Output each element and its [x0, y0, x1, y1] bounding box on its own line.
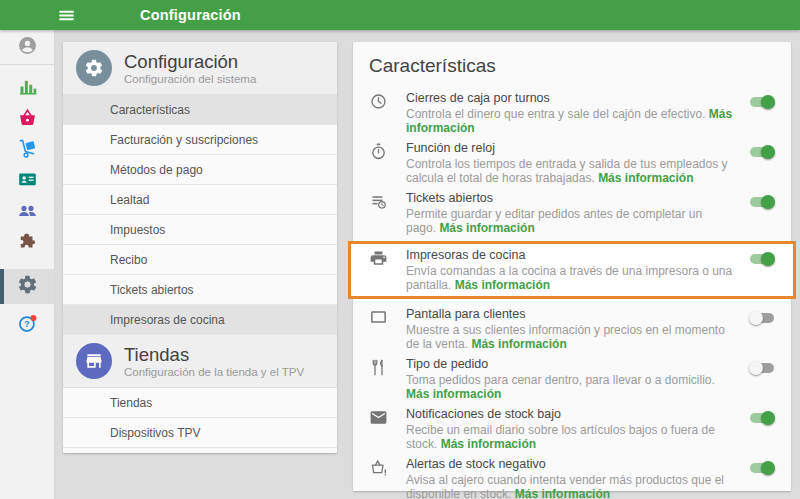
dining-icon — [369, 358, 389, 378]
feature-description: Muestre a sus clientes información y pre… — [406, 323, 734, 351]
feature-toggle[interactable] — [749, 460, 775, 475]
menu-item[interactable]: Características — [63, 95, 337, 125]
features-panel: Características Cierres de caja por turn… — [353, 42, 791, 491]
more-info-link[interactable]: Más información — [406, 387, 501, 401]
feature-title: Pantalla para clientes — [406, 307, 734, 322]
basket-icon — [17, 107, 38, 132]
feature-row: Cierres de caja por turnosControla el di… — [369, 91, 775, 135]
more-info-link[interactable]: Más información — [455, 278, 550, 292]
feature-description: Toma pedidos para cenar dentro, para lle… — [406, 373, 734, 401]
feature-title: Tipo de pedido — [406, 357, 734, 372]
printer-icon — [369, 249, 389, 269]
nav-rail-item-inventory[interactable] — [0, 135, 54, 166]
settings-menu-panel: ConfiguraciónConfiguración del sistemaCa… — [63, 42, 337, 453]
feature-title: Impresoras de cocina — [406, 248, 734, 263]
menu-item[interactable]: Lealtad — [63, 185, 337, 215]
feature-title: Alertas de stock negativo — [406, 457, 734, 472]
nav-rail-item-help[interactable]: ? — [0, 310, 54, 340]
feature-row: Tickets abiertosPermite guardar y editar… — [369, 191, 775, 235]
menu-section-subtitle: Configuración de la tienda y el TPV — [124, 366, 304, 378]
nav-rail-item-integrations[interactable] — [0, 228, 54, 259]
feature-row: Notificaciones de stock bajoRecibe un em… — [369, 407, 775, 451]
nav-rail-item-reports[interactable] — [0, 73, 54, 104]
feature-description-text: Controla el dinero que entra y sale del … — [406, 107, 709, 121]
toggle-knob — [761, 411, 775, 425]
feature-description: Permite guardar y editar pedidos antes d… — [406, 207, 734, 235]
feature-row: Función de relojControla los tiempos de … — [369, 141, 775, 185]
feature-description-text: Toma pedidos para cenar dentro, para lle… — [406, 373, 715, 387]
gear-badge-icon — [76, 50, 112, 86]
feature-toggle[interactable] — [749, 410, 775, 425]
help-icon: ? — [17, 313, 38, 338]
contact-card-icon — [17, 169, 38, 194]
envelope-icon — [369, 408, 389, 428]
toggle-knob — [749, 311, 763, 325]
account-icon — [17, 35, 38, 60]
menu-item[interactable]: Tickets abiertos — [63, 275, 337, 305]
feature-row-highlight-frame: Impresoras de cocinaEnvía comandas a la … — [348, 241, 796, 299]
feature-title: Tickets abiertos — [406, 191, 734, 206]
feature-title: Notificaciones de stock bajo — [406, 407, 734, 422]
feature-row: Tipo de pedidoToma pedidos para cenar de… — [369, 357, 775, 401]
feature-description: Controla los tiempos de entrada y salida… — [406, 157, 734, 185]
svg-text:?: ? — [24, 319, 30, 329]
gear-icon — [17, 274, 38, 299]
toggle-knob — [749, 361, 763, 375]
feature-list: Cierres de caja por turnosControla el di… — [369, 91, 775, 499]
feature-description: Avisa al cajero cuando intenta vender má… — [406, 473, 734, 499]
menu-section-title: Tiendas — [124, 344, 304, 365]
toggle-knob — [761, 252, 775, 266]
nav-rail: ? — [0, 30, 55, 499]
menu-item[interactable]: Facturación y suscripciones — [63, 125, 337, 155]
feature-toggle[interactable] — [749, 310, 775, 325]
menu-section-header: TiendasConfiguración de la tienda y el T… — [63, 335, 337, 388]
page-title: Configuración — [140, 7, 241, 23]
feature-toggle[interactable] — [749, 360, 775, 375]
nav-rail-item-employees[interactable] — [0, 197, 54, 228]
hand-truck-icon — [17, 138, 38, 163]
menu-item[interactable]: Impuestos — [63, 215, 337, 245]
menu-item[interactable]: Tiendas — [63, 388, 337, 418]
toggle-knob — [761, 145, 775, 159]
more-info-link[interactable]: Más información — [598, 171, 693, 185]
feature-toggle[interactable] — [749, 144, 775, 159]
menu-item[interactable]: Dispositivos TPV — [63, 418, 337, 448]
store-badge-icon — [76, 343, 112, 379]
people-icon — [17, 200, 38, 225]
active-indicator — [0, 269, 4, 304]
bar-chart-icon — [17, 76, 38, 101]
stopwatch-icon — [369, 142, 389, 162]
feature-toggle[interactable] — [749, 251, 775, 266]
more-info-link[interactable]: Más información — [441, 437, 536, 451]
more-info-link[interactable]: Más información — [471, 337, 566, 351]
basket-alert-icon — [369, 458, 389, 478]
nav-rail-item-customers[interactable] — [0, 166, 54, 197]
menu-icon[interactable] — [56, 5, 76, 25]
menu-section-subtitle: Configuración del sistema — [124, 73, 256, 85]
feature-toggle[interactable] — [749, 194, 775, 209]
feature-toggle[interactable] — [749, 94, 775, 109]
features-title: Características — [369, 55, 775, 77]
nav-rail-item-articles[interactable] — [0, 104, 54, 135]
feature-row: Alertas de stock negativoAvisa al cajero… — [369, 457, 775, 499]
feature-row: Pantalla para clientesMuestre a sus clie… — [369, 307, 775, 351]
feature-description: Controla el dinero que entra y sale del … — [406, 107, 734, 135]
rail-divider — [0, 64, 54, 65]
app-window: Configuración ? ConfiguraciónConfiguraci… — [0, 0, 800, 499]
menu-item[interactable]: Impresoras de cocina — [63, 305, 337, 335]
display-icon — [369, 308, 389, 328]
clock-icon — [369, 92, 389, 112]
top-bar: Configuración — [0, 0, 800, 30]
nav-rail-item-settings[interactable] — [0, 269, 54, 304]
feature-title: Función de reloj — [406, 141, 734, 156]
menu-section-header: ConfiguraciónConfiguración del sistema — [63, 42, 337, 95]
menu-item[interactable]: Métodos de pago — [63, 155, 337, 185]
toggle-knob — [761, 195, 775, 209]
feature-description: Recibe un email diario sobre los artícul… — [406, 423, 734, 451]
more-info-link[interactable]: Más información — [515, 487, 610, 499]
more-info-link[interactable]: Más información — [439, 221, 534, 235]
menu-item[interactable]: Recibo — [63, 245, 337, 275]
nav-rail-item-account[interactable] — [0, 30, 54, 64]
feature-title: Cierres de caja por turnos — [406, 91, 734, 106]
menu-section-title: Configuración — [124, 51, 256, 72]
